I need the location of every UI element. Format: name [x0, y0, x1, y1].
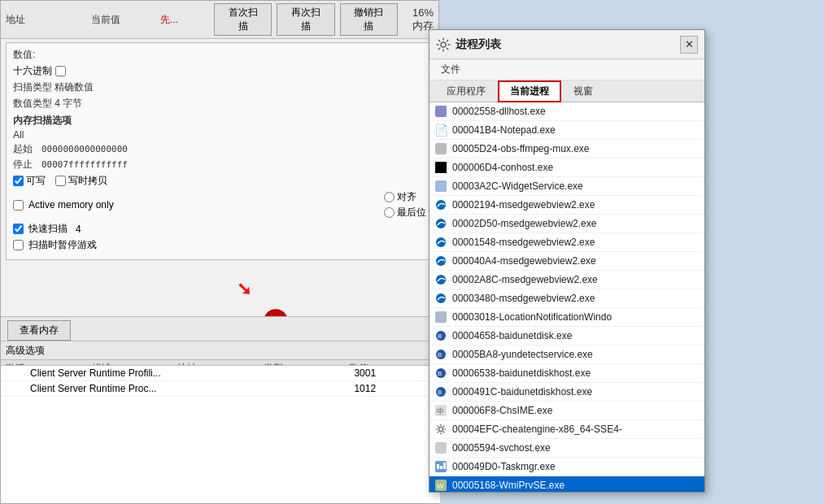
- svg-rect-24: [435, 442, 447, 454]
- align-radio: 对齐: [384, 190, 426, 204]
- svg-rect-26: [437, 464, 439, 469]
- proc-icon: [434, 105, 447, 118]
- scan-options-box: 数值: 十六进制 扫描类型 精确数值 数值类型 4 字节 内存扫描选项 All …: [6, 42, 434, 260]
- writable-label: 可写: [26, 174, 46, 188]
- start-addr-row: 起始 0000000000000000: [13, 142, 426, 156]
- proc-icon-edge: [434, 254, 447, 267]
- proc-item[interactable]: 00002558-dllhost.exe: [429, 102, 704, 121]
- proc-icon: [434, 142, 447, 155]
- proc-item[interactable]: 00003480-msedgewebview2.exe: [429, 289, 704, 308]
- dialog-title: 进程列表: [456, 37, 680, 52]
- next-scan-button[interactable]: 再次扫描: [277, 3, 334, 36]
- proc-item[interactable]: 📄 000041B4-Notepad.exe: [429, 121, 704, 140]
- proc-icon: [434, 441, 447, 454]
- proc-item[interactable]: 00005594-svchost.exe: [429, 439, 704, 458]
- tab-applications[interactable]: 应用程序: [434, 80, 498, 102]
- copy-on-write-label: 写时拷贝: [68, 174, 107, 188]
- proc-item[interactable]: 00002D50-msedgewebview2.exe: [429, 215, 704, 233]
- copy-on-write-checkbox[interactable]: [55, 176, 66, 186]
- quick-scan-row: 快速扫描 4: [13, 222, 426, 236]
- lastpos-radio-input[interactable]: [384, 207, 395, 218]
- lastpos-radio: 最后位: [384, 206, 426, 219]
- start-value: 0000000000000000: [41, 144, 128, 154]
- all-option: All: [13, 129, 426, 141]
- tab-windows[interactable]: 视窗: [561, 80, 605, 102]
- hex-checkbox[interactable]: [55, 66, 66, 76]
- pause-game-label: 扫描时暂停游戏: [28, 238, 97, 252]
- proc-icon-edge: [434, 198, 447, 211]
- gear-icon: [436, 37, 451, 52]
- rw-options-row: 可写 写时拷贝: [13, 174, 426, 188]
- proc-icon: [434, 311, 447, 324]
- stop-label: 停止: [13, 158, 41, 172]
- view-memory-button[interactable]: 查看内存: [7, 320, 71, 341]
- proc-icon-black: [434, 161, 447, 174]
- value-type-row: 数值类型 4 字节: [13, 97, 426, 111]
- dialog-close-button[interactable]: ✕: [680, 36, 698, 54]
- align-radio-input[interactable]: [384, 192, 395, 202]
- dialog-tabs: 应用程序 当前进程 视窗: [429, 80, 704, 102]
- proc-item[interactable]: 00002194-msedgewebview2.exe: [429, 196, 704, 215]
- proc-icon-notepad: 📄: [434, 124, 447, 137]
- proc-item[interactable]: B 0000491C-baidunetdiskhost.exe: [429, 383, 704, 402]
- proc-item-selected[interactable]: W 00005168-WmiPrvSE.exe: [429, 476, 704, 492]
- addr-list-area: Client Server Runtime Profili... 3001 Cl…: [1, 365, 440, 503]
- main-panel: 地址 当前值 先... 首次扫描 再次扫描 撤销扫描 16% 内存 数值: 十六…: [0, 0, 439, 504]
- proc-icon-edge: [434, 292, 447, 305]
- adv-options-label: 高级选项: [6, 344, 45, 358]
- process-list[interactable]: 00002558-dllhost.exe 📄 000041B4-Notepad.…: [429, 102, 704, 492]
- proc-item[interactable]: 00005D24-obs-ffmpeg-mux.exe: [429, 140, 704, 159]
- active-memory-label: Active memory only: [28, 199, 114, 211]
- svg-text:中: 中: [437, 407, 444, 415]
- first-scan-button[interactable]: 首次扫描: [214, 3, 272, 36]
- writable-checkbox[interactable]: [13, 176, 24, 186]
- svg-text:B: B: [438, 351, 442, 358]
- svg-point-23: [439, 428, 443, 432]
- proc-item[interactable]: B 00006538-baidunetdiskhost.exe: [429, 364, 704, 383]
- proc-icon-edge: [434, 273, 447, 286]
- svg-rect-28: [443, 463, 446, 469]
- stop-value: 00007fffffffffff: [41, 159, 128, 170]
- proc-item[interactable]: 000040A4-msedgewebview2.exe: [429, 252, 704, 271]
- svg-rect-4: [435, 143, 447, 154]
- active-memory-row: Active memory only 对齐 最后位: [13, 190, 426, 219]
- list-item[interactable]: Client Server Runtime Profili... 3001: [1, 366, 440, 381]
- proc-icon: 中: [434, 404, 447, 417]
- list-item[interactable]: Client Server Runtime Proc... 1012: [1, 381, 440, 397]
- proc-item[interactable]: 00003018-LocationNotificationWindo: [429, 308, 704, 327]
- tab-current-process[interactable]: 当前进程: [498, 80, 561, 102]
- menu-item-file[interactable]: 文件: [434, 61, 467, 78]
- proc-item[interactable]: B 00005BA8-yundetectservice.exe: [429, 345, 704, 364]
- svg-rect-5: [435, 180, 447, 192]
- svg-text:B: B: [438, 370, 442, 377]
- svg-point-2: [441, 42, 446, 47]
- proc-item[interactable]: 00003A2C-WidgetService.exe: [429, 177, 704, 196]
- proc-item[interactable]: 00001548-msedgewebview2.exe: [429, 233, 704, 252]
- proc-item[interactable]: 00004EFC-cheatengine-x86_64-SSE4-: [429, 420, 704, 439]
- proc-icon-baidu: B: [434, 385, 447, 398]
- proc-item[interactable]: 00002A8C-msedgewebview2.exe: [429, 271, 704, 289]
- quick-scan-checkbox[interactable]: [13, 224, 24, 234]
- proc-icon: [434, 180, 447, 193]
- proc-item[interactable]: 中 000006F8-ChsIME.exe: [429, 402, 704, 420]
- pause-game-checkbox[interactable]: [13, 240, 24, 250]
- value-label: 数值:: [13, 48, 70, 62]
- svg-text:B: B: [438, 389, 442, 396]
- col-prev-label: 先...: [160, 13, 207, 27]
- arrow-annotation: ➘: [237, 279, 251, 300]
- scan-type-row: 扫描类型 精确数值: [13, 80, 426, 94]
- proc-icon-gear: [434, 423, 447, 436]
- active-memory-checkbox[interactable]: [13, 200, 24, 211]
- proc-item[interactable]: 000049D0-Taskmgr.exe: [429, 458, 704, 476]
- svg-text:B: B: [438, 332, 442, 340]
- proc-item[interactable]: 000006D4-conhost.exe: [429, 159, 704, 177]
- proc-item[interactable]: B 00004658-baidunetdisk.exe: [429, 327, 704, 345]
- adv-options-row: 高级选项: [1, 341, 440, 360]
- pause-game-row: 扫描时暂停游戏: [13, 238, 426, 252]
- svg-rect-27: [440, 466, 443, 469]
- svg-rect-3: [435, 106, 447, 117]
- dialog-titlebar: 进程列表 ✕: [429, 30, 704, 59]
- lastpos-label: 最后位: [397, 206, 426, 219]
- proc-icon-edge: [434, 217, 447, 230]
- undo-scan-button[interactable]: 撤销扫描: [340, 3, 398, 36]
